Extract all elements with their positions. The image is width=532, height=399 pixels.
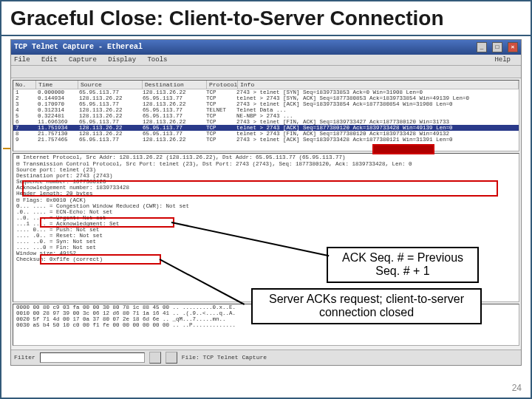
status-bar: Filter File: TCP Telnet Capture <box>11 349 521 365</box>
minimize-icon[interactable]: _ <box>477 42 487 52</box>
detail-line[interactable]: ⊟ Flags: 0x0010 (ACK) <box>13 197 519 203</box>
menu-capture[interactable]: Capture <box>69 56 97 64</box>
maximize-icon[interactable]: □ <box>492 42 502 52</box>
menu-tools[interactable]: Tools <box>147 56 167 64</box>
menu-display[interactable]: Display <box>108 56 136 64</box>
table-row[interactable]: 821.757130128.113.26.2265.95.113.77TCPte… <box>13 131 519 137</box>
table-row[interactable]: 921.75746565.95.113.77128.113.26.22TCP27… <box>13 137 519 143</box>
filter-label: Filter <box>14 354 35 361</box>
table-row[interactable]: 30.17097065.95.113.77128.113.26.22TCP274… <box>13 101 519 107</box>
slide-title: Graceful Close: Client-to-Server Connect… <box>1 1 531 36</box>
filter-input[interactable] <box>40 352 145 363</box>
packet-list-pane[interactable]: No. Time Source Destination Protocol Inf… <box>13 80 519 151</box>
reset-button[interactable] <box>149 352 161 364</box>
table-row[interactable]: 711.751934128.113.26.2265.95.113.77TCPte… <box>13 125 519 131</box>
col-time[interactable]: Time <box>36 81 78 89</box>
menu-help[interactable]: Help <box>494 56 511 64</box>
detail-line[interactable]: Header length: 20 bytes <box>13 191 519 197</box>
window-title: TCP Telnet Capture - Ethereal <box>14 43 143 51</box>
status-file: File: TCP Telnet Capture <box>182 354 267 361</box>
detail-line[interactable]: .... 0... = Push: Not set <box>13 227 519 233</box>
detail-line[interactable]: .... .0.. = Reset: Not set <box>13 233 519 239</box>
column-headers: No. Time Source Destination Protocol Inf… <box>13 81 519 89</box>
window-titlebar: TCP Telnet Capture - Ethereal _ □ × <box>11 40 521 55</box>
col-protocol[interactable]: Protocol <box>207 81 238 89</box>
table-row[interactable]: 611.69636965.95.113.77128.113.26.22TCP27… <box>13 119 519 125</box>
detail-line[interactable]: Acknowledgement number: 1839733428 <box>13 185 519 191</box>
detail-line[interactable]: 0... .... = Congestion Window Reduced (C… <box>13 203 519 209</box>
col-source[interactable]: Source <box>78 81 143 89</box>
table-row[interactable]: 40.312314128.113.26.2265.95.113.77TELNET… <box>13 107 519 113</box>
toolbar <box>11 66 521 78</box>
close-icon[interactable]: × <box>508 42 518 52</box>
table-row[interactable]: 50.322481128.113.26.2265.95.113.77TCPNE-… <box>13 113 519 119</box>
detail-line[interactable]: ...1 .... = Acknowledgment: Set <box>13 221 519 227</box>
menubar: File Edit Capture Display Tools Help <box>11 55 521 66</box>
detail-line[interactable]: Destination port: 2743 (2743) <box>13 173 519 179</box>
table-row[interactable]: 10.00000065.95.113.77128.113.26.22TCP274… <box>13 89 519 95</box>
col-no[interactable]: No. <box>13 81 36 89</box>
detail-line[interactable]: Sequence number: 1877380120 <box>13 179 519 185</box>
page-number: 24 <box>512 383 522 393</box>
callout-ack-seq: ACK Seq. # = Previous Seq. # + 1 <box>327 247 479 283</box>
table-row[interactable]: 20.144934128.113.26.2265.95.113.77TCPtel… <box>13 95 519 101</box>
detail-line[interactable]: ..0. .... = Urgent: Not set <box>13 215 519 221</box>
detail-line[interactable]: ⊟ Transmission Control Protocol, Src Por… <box>13 160 519 167</box>
callout-server-acks: Server ACKs request; client-to-server co… <box>251 288 482 324</box>
col-info[interactable]: Info <box>238 81 519 89</box>
detail-line[interactable]: .0.. .... = ECN-Echo: Not set <box>13 209 519 215</box>
col-destination[interactable]: Destination <box>143 81 207 89</box>
window-controls: _ □ × <box>476 42 518 52</box>
menu-edit[interactable]: Edit <box>41 56 58 64</box>
detail-line[interactable]: Source port: telnet (23) <box>13 167 519 173</box>
detail-line[interactable]: ⊞ Internet Protocol, Src Addr: 128.113.2… <box>13 154 519 160</box>
menu-file[interactable]: File <box>14 56 30 64</box>
apply-button[interactable] <box>166 352 177 364</box>
